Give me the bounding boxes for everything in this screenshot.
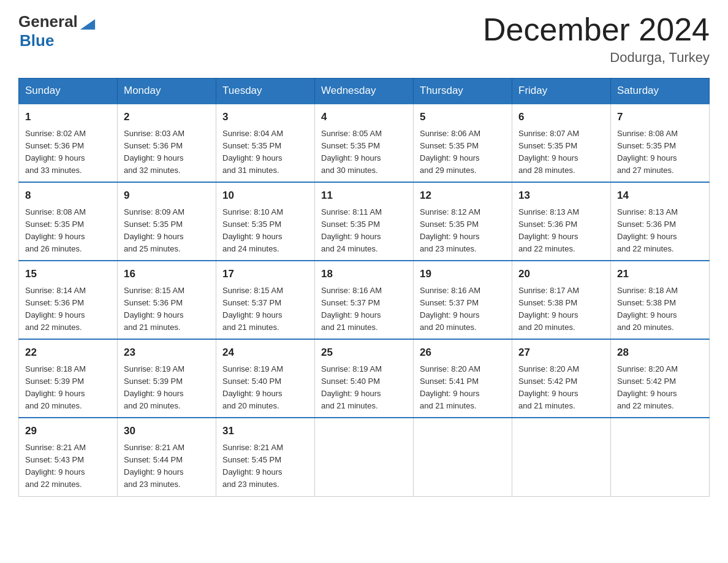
title-area: December 2024 Dodurga, Turkey [483,12,710,66]
day-info: Sunrise: 8:06 AMSunset: 5:35 PMDaylight:… [420,129,480,175]
day-number: 25 [321,345,407,361]
calendar-table: Sunday Monday Tuesday Wednesday Thursday… [18,78,710,496]
table-row: 2 Sunrise: 8:03 AMSunset: 5:36 PMDayligh… [118,104,216,182]
day-info: Sunrise: 8:19 AMSunset: 5:40 PMDaylight:… [222,364,283,410]
table-row: 19 Sunrise: 8:16 AMSunset: 5:37 PMDaylig… [414,261,512,339]
day-info: Sunrise: 8:14 AMSunset: 5:36 PMDaylight:… [25,286,86,332]
day-info: Sunrise: 8:13 AMSunset: 5:36 PMDaylight:… [518,207,579,253]
day-info: Sunrise: 8:21 AMSunset: 5:43 PMDaylight:… [25,443,86,489]
day-number: 8 [25,188,111,204]
calendar-week-2: 8 Sunrise: 8:08 AMSunset: 5:35 PMDayligh… [19,182,710,261]
day-number: 17 [222,266,308,282]
day-info: Sunrise: 8:10 AMSunset: 5:35 PMDaylight:… [222,207,283,253]
logo-general-text: General [18,12,78,31]
table-row: 16 Sunrise: 8:15 AMSunset: 5:36 PMDaylig… [118,261,216,339]
day-number: 12 [420,188,506,204]
day-number: 28 [617,345,703,361]
table-row: 15 Sunrise: 8:14 AMSunset: 5:36 PMDaylig… [19,261,118,339]
table-row: 17 Sunrise: 8:15 AMSunset: 5:37 PMDaylig… [216,261,315,339]
calendar-header-row: Sunday Monday Tuesday Wednesday Thursday… [19,79,710,104]
table-row: 13 Sunrise: 8:13 AMSunset: 5:36 PMDaylig… [512,182,611,261]
table-row [512,418,611,496]
day-number: 24 [222,345,308,361]
day-info: Sunrise: 8:07 AMSunset: 5:35 PMDaylight:… [518,129,579,175]
table-row [315,418,414,496]
table-row: 14 Sunrise: 8:13 AMSunset: 5:36 PMDaylig… [611,182,710,261]
day-info: Sunrise: 8:02 AMSunset: 5:36 PMDaylight:… [25,129,86,175]
header-saturday: Saturday [611,79,710,104]
day-info: Sunrise: 8:08 AMSunset: 5:35 PMDaylight:… [25,207,86,253]
table-row: 12 Sunrise: 8:12 AMSunset: 5:35 PMDaylig… [414,182,512,261]
svg-marker-0 [80,19,95,29]
location-text: Dodurga, Turkey [483,50,710,66]
day-info: Sunrise: 8:08 AMSunset: 5:35 PMDaylight:… [617,129,678,175]
day-number: 30 [124,423,210,439]
table-row: 5 Sunrise: 8:06 AMSunset: 5:35 PMDayligh… [414,104,512,182]
table-row: 26 Sunrise: 8:20 AMSunset: 5:41 PMDaylig… [414,339,512,418]
table-row: 21 Sunrise: 8:18 AMSunset: 5:38 PMDaylig… [611,261,710,339]
day-info: Sunrise: 8:19 AMSunset: 5:40 PMDaylight:… [321,364,382,410]
day-info: Sunrise: 8:15 AMSunset: 5:37 PMDaylight:… [222,286,283,332]
table-row: 10 Sunrise: 8:10 AMSunset: 5:35 PMDaylig… [216,182,315,261]
day-number: 5 [420,109,506,125]
day-number: 3 [222,109,308,125]
header-sunday: Sunday [19,79,118,104]
day-info: Sunrise: 8:18 AMSunset: 5:39 PMDaylight:… [25,364,86,410]
day-info: Sunrise: 8:21 AMSunset: 5:44 PMDaylight:… [124,443,184,489]
calendar-week-1: 1 Sunrise: 8:02 AMSunset: 5:36 PMDayligh… [19,104,710,182]
table-row [611,418,710,496]
month-title: December 2024 [483,12,710,47]
day-info: Sunrise: 8:16 AMSunset: 5:37 PMDaylight:… [420,286,480,332]
day-info: Sunrise: 8:05 AMSunset: 5:35 PMDaylight:… [321,129,382,175]
day-number: 31 [222,423,308,439]
day-info: Sunrise: 8:19 AMSunset: 5:39 PMDaylight:… [124,364,184,410]
table-row: 8 Sunrise: 8:08 AMSunset: 5:35 PMDayligh… [19,182,118,261]
table-row: 23 Sunrise: 8:19 AMSunset: 5:39 PMDaylig… [118,339,216,418]
header-monday: Monday [118,79,216,104]
day-number: 27 [518,345,604,361]
logo-blue-text: Blue [20,31,54,50]
calendar-week-4: 22 Sunrise: 8:18 AMSunset: 5:39 PMDaylig… [19,339,710,418]
table-row: 28 Sunrise: 8:20 AMSunset: 5:42 PMDaylig… [611,339,710,418]
day-info: Sunrise: 8:17 AMSunset: 5:38 PMDaylight:… [518,286,579,332]
page-header: General Blue December 2024 Dodurga, Turk… [18,12,710,66]
header-tuesday: Tuesday [216,79,315,104]
day-info: Sunrise: 8:09 AMSunset: 5:35 PMDaylight:… [124,207,184,253]
table-row: 7 Sunrise: 8:08 AMSunset: 5:35 PMDayligh… [611,104,710,182]
day-number: 19 [420,266,506,282]
table-row: 30 Sunrise: 8:21 AMSunset: 5:44 PMDaylig… [118,418,216,496]
table-row: 27 Sunrise: 8:20 AMSunset: 5:42 PMDaylig… [512,339,611,418]
table-row: 31 Sunrise: 8:21 AMSunset: 5:45 PMDaylig… [216,418,315,496]
day-number: 23 [124,345,210,361]
day-info: Sunrise: 8:04 AMSunset: 5:35 PMDaylight:… [222,129,283,175]
table-row: 1 Sunrise: 8:02 AMSunset: 5:36 PMDayligh… [19,104,118,182]
table-row: 4 Sunrise: 8:05 AMSunset: 5:35 PMDayligh… [315,104,414,182]
day-number: 26 [420,345,506,361]
day-number: 15 [25,266,111,282]
day-info: Sunrise: 8:20 AMSunset: 5:42 PMDaylight:… [518,364,579,410]
day-info: Sunrise: 8:15 AMSunset: 5:36 PMDaylight:… [124,286,184,332]
day-info: Sunrise: 8:21 AMSunset: 5:45 PMDaylight:… [222,443,283,489]
day-info: Sunrise: 8:03 AMSunset: 5:36 PMDaylight:… [124,129,184,175]
header-wednesday: Wednesday [315,79,414,104]
day-number: 2 [124,109,210,125]
day-info: Sunrise: 8:20 AMSunset: 5:41 PMDaylight:… [420,364,480,410]
table-row: 11 Sunrise: 8:11 AMSunset: 5:35 PMDaylig… [315,182,414,261]
table-row: 24 Sunrise: 8:19 AMSunset: 5:40 PMDaylig… [216,339,315,418]
day-number: 14 [617,188,703,204]
day-number: 20 [518,266,604,282]
table-row: 9 Sunrise: 8:09 AMSunset: 5:35 PMDayligh… [118,182,216,261]
day-info: Sunrise: 8:20 AMSunset: 5:42 PMDaylight:… [617,364,678,410]
header-friday: Friday [512,79,611,104]
table-row: 22 Sunrise: 8:18 AMSunset: 5:39 PMDaylig… [19,339,118,418]
day-info: Sunrise: 8:18 AMSunset: 5:38 PMDaylight:… [617,286,678,332]
day-number: 11 [321,188,407,204]
day-number: 29 [25,423,111,439]
logo-icon [79,13,96,31]
day-info: Sunrise: 8:11 AMSunset: 5:35 PMDaylight:… [321,207,382,253]
header-thursday: Thursday [414,79,512,104]
day-number: 22 [25,345,111,361]
table-row: 6 Sunrise: 8:07 AMSunset: 5:35 PMDayligh… [512,104,611,182]
day-info: Sunrise: 8:16 AMSunset: 5:37 PMDaylight:… [321,286,382,332]
table-row: 3 Sunrise: 8:04 AMSunset: 5:35 PMDayligh… [216,104,315,182]
